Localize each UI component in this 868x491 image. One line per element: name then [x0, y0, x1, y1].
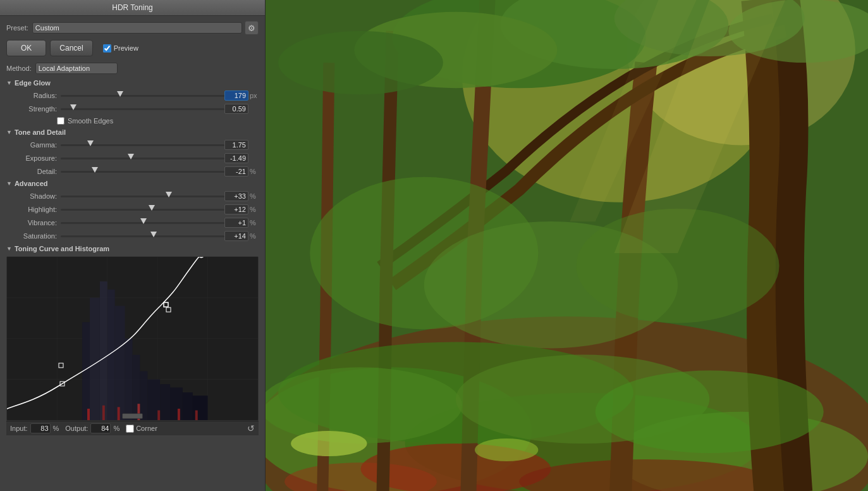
- ok-button[interactable]: OK: [6, 40, 46, 56]
- saturation-slider-container[interactable]: [61, 232, 224, 240]
- saturation-unit: %: [250, 232, 259, 240]
- toning-curve-section: ▼ Toning Curve and Histogram: [6, 245, 259, 435]
- gamma-row: Gamma:: [6, 140, 259, 150]
- detail-unit: %: [250, 168, 259, 175]
- radius-unit: px: [250, 92, 259, 99]
- corner-label: Corner: [136, 425, 157, 432]
- radius-label: Radius:: [14, 92, 57, 99]
- method-select[interactable]: Local Adaptation Equalize Histogram Expo…: [35, 63, 118, 74]
- svg-rect-21: [87, 409, 90, 420]
- preset-row: Preset: Custom Default Photorealistic Su…: [6, 21, 259, 35]
- preview-checkbox[interactable]: [103, 44, 111, 53]
- detail-label: Detail:: [14, 168, 57, 175]
- input-unit: %: [53, 425, 59, 432]
- highlight-row: Highlight: %: [6, 204, 259, 214]
- svg-rect-25: [157, 411, 160, 420]
- corner-toggle[interactable]: Corner: [126, 425, 157, 433]
- shadow-slider-container[interactable]: [61, 192, 224, 200]
- smooth-edges-checkbox[interactable]: [57, 117, 64, 125]
- method-row: Method: Local Adaptation Equalize Histog…: [6, 63, 259, 74]
- svg-rect-23: [118, 407, 120, 420]
- left-panel: HDR Toning Preset: Custom Default Photor…: [0, 0, 266, 491]
- detail-slider[interactable]: [61, 171, 224, 173]
- smooth-edges-row: Smooth Edges: [6, 117, 259, 125]
- panel-content: Preset: Custom Default Photorealistic Su…: [0, 16, 265, 491]
- collapse-triangle-tone: ▼: [6, 129, 12, 135]
- radius-row: Radius: px: [6, 90, 259, 101]
- svg-rect-13: [125, 339, 133, 420]
- exposure-row: Exposure:: [6, 153, 259, 163]
- exposure-input[interactable]: [224, 153, 248, 163]
- svg-rect-22: [102, 406, 105, 420]
- radius-input[interactable]: [224, 90, 248, 101]
- vibrance-slider[interactable]: [61, 222, 224, 224]
- advanced-title: Advanced: [15, 180, 48, 187]
- tone-detail-title: Tone and Detail: [15, 128, 66, 136]
- vibrance-row: Vibrance: %: [6, 218, 259, 228]
- gamma-slider[interactable]: [61, 144, 224, 146]
- strength-row: Strength:: [6, 104, 259, 114]
- svg-rect-12: [115, 306, 125, 420]
- svg-rect-20: [193, 395, 208, 420]
- toning-curve-header[interactable]: ▼ Toning Curve and Histogram: [6, 245, 259, 252]
- corner-checkbox[interactable]: [126, 425, 134, 433]
- highlight-slider[interactable]: [61, 209, 224, 211]
- shadow-input[interactable]: [224, 191, 248, 201]
- gamma-input[interactable]: [224, 140, 248, 150]
- vibrance-label: Vibrance:: [14, 219, 57, 227]
- svg-point-53: [266, 368, 462, 444]
- cancel-button[interactable]: Cancel: [50, 40, 92, 56]
- svg-rect-17: [160, 384, 170, 420]
- strength-slider[interactable]: [61, 108, 224, 110]
- radius-slider[interactable]: [61, 95, 224, 97]
- shadow-unit: %: [250, 192, 259, 200]
- output-label: Output:: [65, 425, 88, 432]
- strength-label: Strength:: [14, 105, 57, 113]
- curve-input-value[interactable]: [30, 423, 51, 433]
- saturation-input[interactable]: [224, 231, 248, 241]
- shadow-row: Shadow: %: [6, 191, 259, 201]
- highlight-unit: %: [250, 206, 259, 213]
- saturation-label: Saturation:: [14, 232, 57, 240]
- dialog-title: HDR Toning: [0, 0, 265, 16]
- output-unit: %: [113, 425, 119, 432]
- tone-detail-header[interactable]: ▼ Tone and Detail: [6, 128, 259, 136]
- strength-slider-container[interactable]: [61, 105, 224, 113]
- preset-select[interactable]: Custom Default Photorealistic Surrealist…: [32, 22, 242, 34]
- edge-glow-title: Edge Glow: [15, 79, 51, 87]
- exposure-slider-container[interactable]: [61, 154, 224, 162]
- preview-toggle[interactable]: Preview: [103, 44, 138, 53]
- advanced-header[interactable]: ▼ Advanced: [6, 180, 259, 187]
- right-panel: [266, 0, 868, 491]
- highlight-input[interactable]: [224, 204, 248, 214]
- svg-rect-9: [90, 298, 100, 421]
- vibrance-slider-container[interactable]: [61, 219, 224, 227]
- curve-output-value[interactable]: [90, 423, 111, 433]
- vibrance-input[interactable]: [224, 218, 248, 228]
- highlight-slider-container[interactable]: [61, 206, 224, 213]
- shadow-slider[interactable]: [61, 196, 224, 197]
- gear-button[interactable]: ⚙: [245, 21, 259, 35]
- detail-slider-container[interactable]: [61, 168, 224, 175]
- strength-input[interactable]: [224, 104, 248, 114]
- collapse-triangle-edge-glow: ▼: [6, 80, 12, 86]
- detail-input[interactable]: [224, 166, 248, 177]
- dialog-title-text: HDR Toning: [112, 3, 152, 12]
- saturation-slider[interactable]: [61, 235, 224, 237]
- radius-slider-container[interactable]: [61, 92, 224, 99]
- toning-curve-canvas[interactable]: [6, 256, 259, 421]
- curve-svg: [7, 257, 258, 420]
- exposure-slider[interactable]: [61, 158, 224, 159]
- forest-image: [266, 0, 868, 491]
- gamma-slider-container[interactable]: [61, 141, 224, 149]
- svg-rect-18: [170, 387, 183, 420]
- svg-point-46: [278, 31, 443, 94]
- exposure-label: Exposure:: [14, 154, 57, 162]
- edge-glow-header[interactable]: ▼ Edge Glow: [6, 79, 259, 87]
- vibrance-unit: %: [250, 219, 259, 227]
- curve-bottom-bar: Input: % Output: % Corner ↺: [6, 421, 259, 435]
- svg-rect-10: [100, 282, 107, 420]
- toning-curve-title: Toning Curve and Histogram: [15, 245, 109, 252]
- shadow-label: Shadow:: [14, 192, 57, 200]
- reset-curve-button[interactable]: ↺: [247, 423, 255, 433]
